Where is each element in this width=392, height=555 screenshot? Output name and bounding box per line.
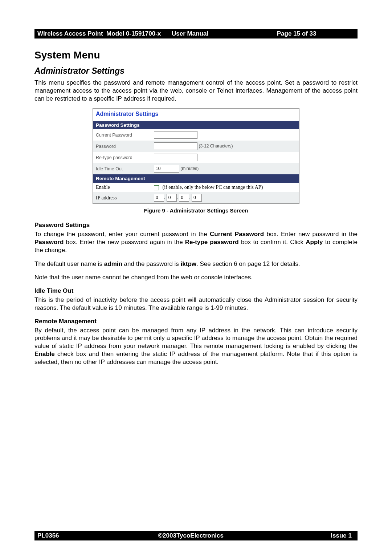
row-idle-timeout: Idle Time Out 10 (minutes) bbox=[93, 163, 299, 174]
admin-settings-screenshot: Administrator Settings Password Settings… bbox=[93, 108, 299, 204]
label-ip-address: IP address bbox=[93, 192, 151, 203]
header-bar: Wireless Access Point Model 0-1591700-x … bbox=[34, 29, 358, 39]
password-hint: (3-12 Characters) bbox=[199, 143, 233, 149]
header-manual: User Manual bbox=[172, 30, 270, 37]
figure-caption: Figure 9 - Administrator Settings Screen bbox=[34, 207, 358, 214]
remote-management-heading: Remote Management bbox=[34, 318, 358, 325]
retype-password-input[interactable] bbox=[154, 154, 197, 161]
admin-settings-title: Administrator Settings bbox=[93, 109, 299, 121]
password-input[interactable] bbox=[154, 142, 197, 150]
row-retype-password: Re-type password bbox=[93, 152, 299, 163]
section-title: Administrator Settings bbox=[34, 66, 358, 76]
label-idle: Idle Time Out bbox=[93, 163, 151, 174]
header-product: Wireless Access Point Model 0-1591700-x bbox=[37, 30, 172, 37]
footer-bar: PL0356 ©2003TycoElectronics Issue 1 bbox=[34, 531, 358, 540]
remote-management-paragraph: By default, the access point can be mana… bbox=[34, 327, 358, 366]
password-settings-paragraph1: To change the password, enter your curre… bbox=[34, 230, 358, 254]
header-page: Page 15 of 33 bbox=[270, 30, 355, 37]
idle-unit: (minutes) bbox=[179, 166, 199, 171]
ip-octet-4-input[interactable]: 0 bbox=[192, 194, 202, 202]
ip-octet-2-input[interactable]: 0 bbox=[167, 194, 177, 202]
password-settings-paragraph3: Note that the user name cannot be change… bbox=[34, 274, 358, 281]
footer-doc-id: PL0356 bbox=[37, 532, 139, 539]
row-ip-address: IP address 0. 0. 0. 0 bbox=[93, 192, 299, 203]
current-password-input[interactable] bbox=[154, 131, 197, 139]
password-settings-header: Password Settings bbox=[93, 121, 299, 129]
enable-checkbox[interactable] bbox=[154, 185, 159, 190]
idle-timeout-paragraph: This is the period of inactivity before … bbox=[34, 296, 358, 312]
password-settings-heading: Password Settings bbox=[34, 222, 358, 229]
ip-octet-3-input[interactable]: 0 bbox=[179, 194, 189, 202]
row-current-password: Current Password bbox=[93, 129, 299, 141]
footer-issue: Issue 1 bbox=[243, 532, 355, 539]
enable-hint: (if enable, only the below PC can mange … bbox=[162, 185, 263, 190]
idle-timeout-input[interactable]: 10 bbox=[154, 165, 179, 173]
row-enable: Enable (if enable, only the below PC can… bbox=[93, 183, 299, 192]
footer-copyright: ©2003TycoElectronics bbox=[139, 532, 243, 539]
password-settings-paragraph2: The default user name is admin and the p… bbox=[34, 260, 358, 268]
ip-octet-1-input[interactable]: 0 bbox=[154, 194, 164, 202]
remote-management-header: Remote Management bbox=[93, 174, 299, 183]
row-password: Password (3-12 Characters) bbox=[93, 141, 299, 152]
intro-paragraph: This menu specifies the password and rem… bbox=[34, 79, 358, 102]
page-title: System Menu bbox=[34, 49, 358, 61]
label-retype: Re-type password bbox=[93, 152, 151, 163]
idle-timeout-heading: Idle Time Out bbox=[34, 287, 358, 295]
label-enable: Enable bbox=[93, 183, 151, 192]
label-current-password: Current Password bbox=[93, 129, 151, 141]
label-password: Password bbox=[93, 141, 151, 152]
